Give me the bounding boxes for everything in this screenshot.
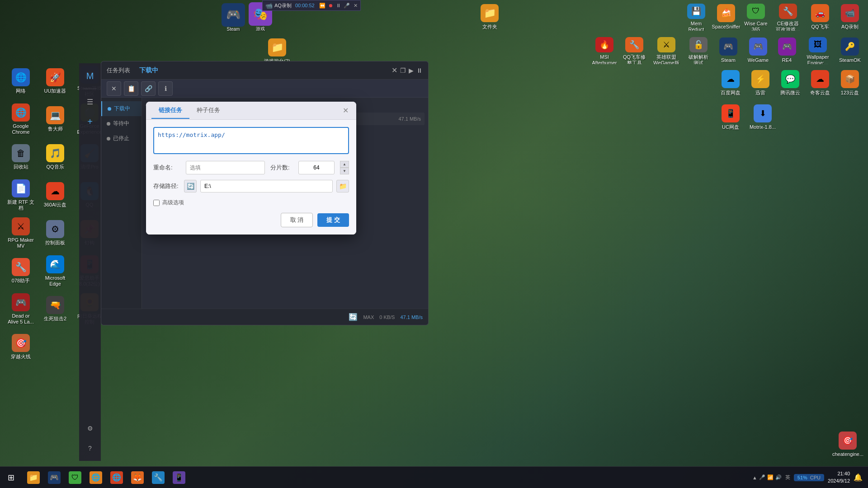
taskbar-app1[interactable]: 🔧 — [148, 468, 168, 488]
dm-restore-btn[interactable]: ❐ — [400, 67, 406, 74]
dm-toolbar-folder[interactable]: 📋 — [124, 81, 138, 96]
path-row: 存储路径: 🔄 📁 — [153, 180, 349, 192]
icon-shengsi2[interactable]: 🔫 生死狙击2 — [39, 291, 71, 327]
rename-input[interactable] — [186, 161, 265, 174]
icon-msi-afterburner[interactable]: 🔥 MSI Afterburner — [591, 35, 618, 66]
icon-file-manager-center[interactable]: 📁 文件夹 — [475, 1, 505, 33]
icon-baiduyun-desktop[interactable]: ☁ 百度网盘 — [717, 67, 744, 99]
dm-speed-max: MAX — [363, 314, 374, 320]
toolbar-add-icon[interactable]: + — [81, 113, 99, 131]
systray-arrow[interactable]: ▲ — [752, 475, 757, 480]
advanced-label[interactable]: 高级选项 — [162, 199, 184, 206]
top-steam-icon[interactable]: 🎮 Steam — [222, 3, 245, 32]
submit-button[interactable]: 提 交 — [317, 213, 349, 227]
systray-speaker: 🔊 — [775, 474, 782, 480]
icon-wisecare365[interactable]: 🛡 Wise Care 365 — [742, 2, 769, 33]
rename-label: 重命名: — [153, 164, 180, 172]
shards-down-btn[interactable]: ▼ — [340, 168, 349, 174]
taskbar-app2[interactable]: 📱 — [169, 468, 189, 488]
dm-speed-icon: 🔄 — [349, 313, 358, 321]
taskbar-file-explorer[interactable]: 📁 — [24, 468, 43, 488]
advanced-checkbox[interactable] — [153, 200, 160, 206]
icon-qqfly-car[interactable]: 🚗 QQ飞车 — [807, 2, 834, 33]
icon-mem-reduct[interactable]: 💾 Mem Reduct — [683, 2, 710, 33]
taskbar-firefox[interactable]: 🦊 — [127, 468, 147, 488]
path-browse-btn[interactable]: 📁 — [336, 180, 349, 192]
icon-xunlei-desktop[interactable]: ⚡ 迅雷 — [747, 67, 774, 99]
icon-wegame-desktop[interactable]: 🎮 WeGame — [745, 35, 772, 66]
dm-toolbar-link[interactable]: 🔗 — [141, 81, 156, 96]
shards-label: 分片数: — [270, 164, 293, 172]
dm-toolbar-info[interactable]: ℹ — [158, 81, 173, 96]
icon-microsoft-edge[interactable]: 🌊 Microsoft Edge — [39, 253, 71, 289]
left-toolbar: M ☰ + ⚙ ? — [79, 63, 101, 461]
icon-crossfire[interactable]: 🎯 穿越火线 — [5, 329, 37, 365]
dm-pause-btn[interactable]: ⏸ — [416, 67, 423, 74]
icon-123yun-desktop[interactable]: 📦 123云盘 — [836, 67, 863, 99]
icon-google-chrome[interactable]: 🌐 Google Chrome — [5, 101, 37, 137]
icon-360yun-desktop[interactable]: ☁ 奇客云盘 — [807, 67, 834, 99]
modal-close-btn[interactable]: ✕ — [340, 105, 351, 116]
icon-control-panel-app[interactable]: ⚙ 控制面板 — [39, 215, 71, 251]
icon-spacesniffer[interactable]: 🍰 SpaceSniffer — [712, 2, 740, 33]
dm-sidebar-stopped[interactable]: 已停止 — [101, 131, 142, 146]
icon-recycle-bin[interactable]: 🗑 回收站 — [5, 139, 37, 175]
icon-ce-modifier[interactable]: 🔧 CE修改器 可改游戏... — [772, 2, 804, 33]
icon-360ai-cloud[interactable]: ☁ 360AI云盘 — [39, 177, 71, 213]
taskbar-clock[interactable]: 21:40 2024/9/12 — [828, 470, 850, 484]
icon-rpgmakermv[interactable]: ⚔ RPG Maker MV — [5, 215, 37, 251]
icon-re4-desktop[interactable]: 🎮 RE4 — [774, 35, 799, 66]
path-refresh-btn[interactable]: 🔄 — [184, 180, 197, 192]
icon-rtf-doc[interactable]: 📄 新建 RTF 文档 — [5, 177, 37, 213]
aq-close-btn[interactable]: ✕ — [354, 3, 358, 9]
modal-tab-link[interactable]: 链接任务 — [151, 103, 189, 119]
icon-network[interactable]: 🌐 网络 — [5, 63, 37, 99]
icon-motrix-desktop[interactable]: ⬇ Motrix-1.8... — [747, 101, 778, 134]
icon-yzys[interactable]: ⚔ 英雄联盟 WeGame版 — [651, 35, 682, 66]
icon-qq-music[interactable]: 🎵 QQ音乐 — [39, 139, 71, 175]
path-input[interactable] — [200, 180, 333, 192]
dm-toolbar-close[interactable]: ✕ — [107, 81, 121, 96]
icon-steam-desktop[interactable]: 🎮 Steam — [715, 35, 742, 66]
dm-toolbar: ✕ 📋 🔗 ℹ — [101, 80, 428, 98]
aq-recording-bar: 📹 AQ录制 00:00:52 ⏪ ⏺ ⏸ 🎤 ✕ — [262, 0, 361, 11]
icon-cheatengine-desktop[interactable]: 🎯 cheatengine... — [832, 428, 863, 461]
shards-input[interactable] — [298, 161, 335, 174]
icon-ucyun-desktop[interactable]: 📱 UC网盘 — [717, 101, 744, 134]
aq-pause-btn[interactable]: ⏸ — [335, 3, 342, 8]
taskbar-security[interactable]: 🛡 — [65, 468, 85, 488]
dm-play-btn[interactable]: ▶ — [409, 67, 414, 74]
dm-sidebar-downloading[interactable]: 下载中 — [101, 101, 142, 116]
taskbar-chrome[interactable]: 🌐 — [107, 468, 127, 488]
dm-close-btn[interactable]: ✕ — [392, 66, 397, 75]
cancel-button[interactable]: 取 消 — [281, 213, 313, 227]
toolbar-help-icon[interactable]: ? — [81, 439, 99, 457]
icon-tengxunyun-desktop[interactable]: 💬 腾讯微云 — [777, 67, 804, 99]
shards-up-btn[interactable]: ▲ — [340, 161, 349, 168]
language-indicator[interactable]: 英 — [785, 474, 790, 481]
toolbar-settings-icon[interactable]: ⚙ — [81, 419, 99, 437]
dm-tab-active-label[interactable]: 下载中 — [139, 66, 158, 75]
file-icon-area: 📁 文件夹 — [475, 0, 505, 34]
icon-wallpaper-engine[interactable]: 🖼 Wallpaper Engine:... — [802, 35, 834, 66]
dm-sidebar-waiting[interactable]: 等待中 — [101, 116, 142, 131]
icon-qqfly-tool[interactable]: 🔧 QQ飞车修整工具 — [621, 35, 648, 66]
taskbar-start-button[interactable]: ⊞ — [0, 467, 22, 488]
icon-uu-accel[interactable]: 🚀 UU加速器 — [39, 63, 71, 99]
dm-status-bar: 🔄 MAX 0 KB/S 47.1 MB/s — [101, 309, 428, 325]
cpu-monitor[interactable]: 51% CPU — [794, 474, 824, 481]
icon-crack-test[interactable]: 🔓 破解解析测试 — [685, 35, 712, 66]
icon-aq-recorder[interactable]: 📹 AQ录制 — [836, 2, 863, 33]
icon-steamok-desktop[interactable]: 🔑 SteamOK — [836, 35, 863, 66]
icon-ludashi-app[interactable]: 💻 鲁大师 — [39, 101, 71, 137]
taskbar-notification-btn[interactable]: 🔔 — [854, 473, 863, 482]
taskbar-browser[interactable]: 🌐 — [86, 468, 106, 488]
taskbar-steam[interactable]: 🎮 — [44, 468, 64, 488]
icon-dead-or-alive[interactable]: 🎮 Dead or Alive 5 La... — [5, 291, 37, 327]
toolbar-logo[interactable]: M — [81, 67, 99, 85]
url-input[interactable]: https://motrix.app/ — [153, 127, 349, 154]
aq-play-btn[interactable]: ⏪ — [318, 3, 326, 9]
icon-078-helper[interactable]: 🔧 078助手 — [5, 253, 37, 289]
toolbar-menu-icon[interactable]: ☰ — [81, 93, 99, 111]
modal-tab-seed[interactable]: 种子任务 — [189, 103, 227, 119]
